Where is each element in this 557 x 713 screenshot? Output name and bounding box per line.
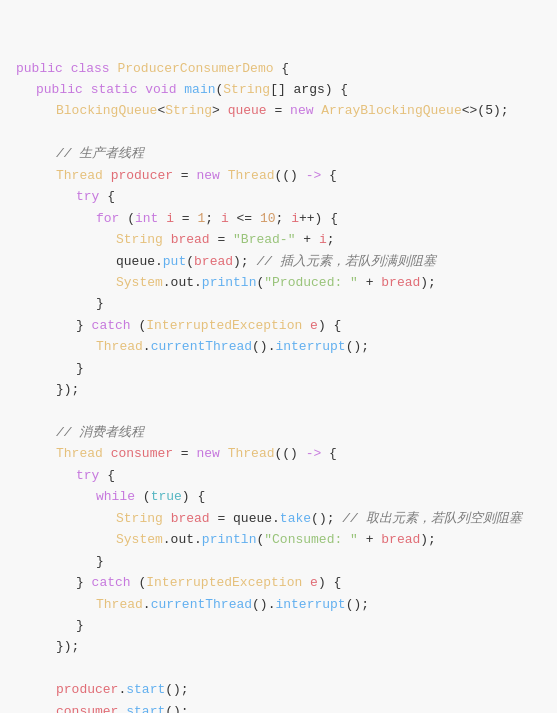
code-line: String bread = "Bread-" + i;: [16, 229, 541, 250]
code-line: while (true) {: [16, 486, 541, 507]
code-line: String bread = queue.take(); // 取出元素，若队列…: [16, 508, 541, 529]
code-line: public class ProducerConsumerDemo {: [16, 58, 541, 79]
code-line: }: [16, 293, 541, 314]
code-line: }: [16, 551, 541, 572]
code-line: Thread.currentThread().interrupt();: [16, 336, 541, 357]
code-line: }: [16, 615, 541, 636]
code-line: System.out.println("Produced: " + bread)…: [16, 272, 541, 293]
code-line: BlockingQueue<String> queue = new ArrayB…: [16, 100, 541, 121]
code-line: Thread consumer = new Thread(() -> {: [16, 443, 541, 464]
code-line: [16, 401, 541, 422]
code-line: for (int i = 1; i <= 10; i++) {: [16, 208, 541, 229]
code-line: } catch (InterruptedException e) {: [16, 572, 541, 593]
code-line: // 消费者线程: [16, 422, 541, 443]
code-block: public class ProducerConsumerDemo {publi…: [0, 0, 557, 713]
code-line: Thread producer = new Thread(() -> {: [16, 165, 541, 186]
code-line: [16, 122, 541, 143]
code-line: });: [16, 636, 541, 657]
code-line: Thread.currentThread().interrupt();: [16, 594, 541, 615]
code-line: });: [16, 379, 541, 400]
code-line: [16, 658, 541, 679]
code-line: try {: [16, 186, 541, 207]
code-line: System.out.println("Consumed: " + bread)…: [16, 529, 541, 550]
code-line: } catch (InterruptedException e) {: [16, 315, 541, 336]
code-line: public static void main(String[] args) {: [16, 79, 541, 100]
code-content: public class ProducerConsumerDemo {publi…: [16, 58, 541, 713]
code-line: }: [16, 358, 541, 379]
code-line: // 生产者线程: [16, 143, 541, 164]
code-line: queue.put(bread); // 插入元素，若队列满则阻塞: [16, 251, 541, 272]
code-line: try {: [16, 465, 541, 486]
code-line: producer.start();: [16, 679, 541, 700]
code-line: consumer.start();: [16, 701, 541, 713]
